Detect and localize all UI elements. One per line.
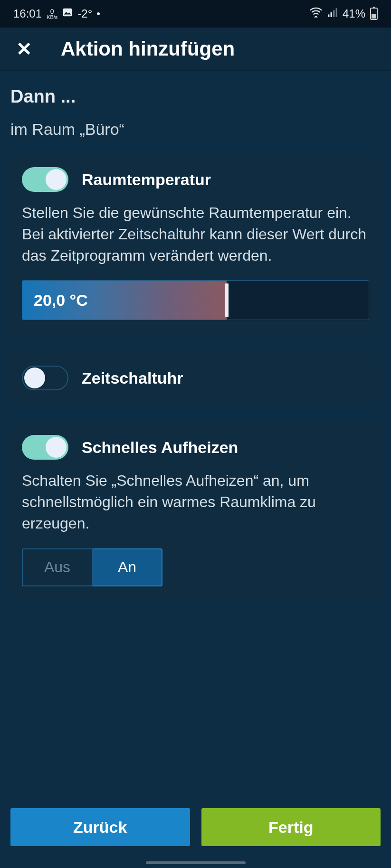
back-button[interactable]: Zurück	[10, 808, 190, 846]
fast-heat-segmented: Aus An	[22, 548, 162, 586]
app-header: ✕ Aktion hinzufügen	[0, 28, 391, 71]
network-speed-icon: 0 KB/s	[47, 8, 57, 20]
fast-heat-title: Schnelles Aufheizen	[82, 438, 238, 457]
wifi-icon	[309, 7, 323, 20]
svg-rect-1	[328, 14, 329, 17]
fast-heat-card: Schnelles Aufheizen Schalten Sie „Schnel…	[10, 423, 381, 599]
timer-title: Zeitschaltuhr	[82, 369, 183, 387]
page-title: Aktion hinzufügen	[61, 38, 235, 60]
svg-rect-0	[63, 9, 72, 17]
timer-toggle[interactable]	[22, 366, 68, 390]
picture-icon	[62, 7, 73, 20]
status-time: 16:01	[13, 7, 42, 20]
close-icon[interactable]: ✕	[16, 39, 32, 58]
svg-rect-4	[336, 8, 337, 17]
done-button[interactable]: Fertig	[201, 808, 381, 846]
battery-percent: 41%	[343, 7, 365, 20]
svg-rect-3	[333, 10, 334, 17]
section-heading: Dann ...	[10, 86, 381, 107]
nav-handle[interactable]	[146, 861, 246, 864]
room-temperature-title: Raumtemperatur	[82, 170, 211, 189]
room-temperature-slider[interactable]: 20,0 °C	[22, 280, 369, 320]
room-temperature-card: Raumtemperatur Stellen Sie die gewünscht…	[10, 155, 381, 333]
room-temperature-description: Stellen Sie die gewünschte Raumtemperatu…	[22, 202, 369, 266]
status-outdoor-temp: -2°	[77, 7, 92, 20]
battery-icon	[370, 8, 378, 20]
fast-heat-on-button[interactable]: An	[93, 548, 162, 586]
signal-icon	[327, 7, 338, 20]
fast-heat-off-button[interactable]: Aus	[22, 548, 93, 586]
fast-heat-toggle[interactable]	[22, 435, 68, 460]
fast-heat-description: Schalten Sie „Schnelles Aufheizen“ an, u…	[22, 470, 369, 534]
footer-buttons: Zurück Fertig	[10, 808, 381, 868]
timer-card: Zeitschaltuhr	[10, 353, 381, 403]
section-subheading: im Raum „Büro“	[10, 120, 381, 139]
svg-rect-2	[331, 12, 332, 17]
room-temperature-value: 20,0 °C	[34, 291, 88, 310]
room-temperature-toggle[interactable]	[22, 167, 68, 192]
content-area: Dann ... im Raum „Büro“ Raumtemperatur S…	[0, 71, 391, 868]
status-bar: 16:01 0 KB/s -2° 41%	[0, 0, 391, 28]
dot-icon	[97, 12, 100, 15]
